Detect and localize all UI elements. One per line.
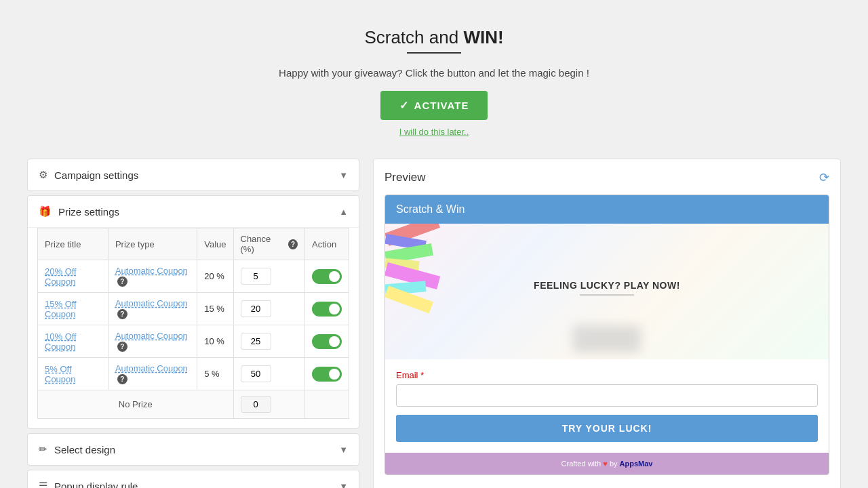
email-input[interactable] (396, 384, 818, 407)
table-row: 20% Off Coupon Automatic Coupon ? 20 % (38, 260, 349, 293)
select-design-chevron: ▼ (339, 445, 348, 455)
prize-type-info-3[interactable]: ? (117, 342, 127, 352)
try-luck-button[interactable]: TRY YOUR LUCK! (396, 415, 818, 442)
prize-type-info-4[interactable]: ? (117, 374, 127, 384)
footer-crafted-text: Crafted with (561, 460, 604, 468)
page-header: Scratch and WIN! Happy with your giveawa… (27, 14, 841, 144)
popup-display-header-left: ☰ Popup display rule (39, 480, 138, 488)
toggle-2[interactable] (312, 302, 342, 317)
popup-display-header[interactable]: ☰ Popup display rule ▼ (28, 470, 359, 488)
select-design-header-left: ✏ Select design (39, 443, 115, 455)
title-bold: WIN! (463, 27, 503, 47)
main-layout: ⚙ Campaign settings ▼ 🎁 Prize settings ▲ (27, 159, 841, 488)
campaign-settings-header[interactable]: ⚙ Campaign settings ▼ (28, 159, 359, 190)
toggle-4[interactable] (312, 367, 342, 382)
prize-type-link-3[interactable]: Automatic Coupon (115, 331, 188, 341)
scratch-area: FEELING LUCKY? PLAY NOW! (385, 224, 829, 359)
prize-type-link-2[interactable]: Automatic Coupon (115, 298, 188, 308)
no-prize-row: No Prize (38, 390, 349, 419)
prize-table: Prize title Prize type Value Chance (%) … (37, 228, 349, 419)
table-row: 15% Off Coupon Automatic Coupon ? 15 % (38, 293, 349, 325)
title-normal: Scratch and (364, 27, 463, 47)
popup-display-icon: ☰ (39, 480, 47, 488)
activate-button[interactable]: ✓ ACTIVATE (380, 91, 488, 120)
col-value: Value (197, 228, 233, 260)
prize-type-link-4[interactable]: Automatic Coupon (115, 363, 188, 373)
refresh-icon[interactable]: ⟳ (819, 170, 829, 185)
blurred-area (573, 325, 641, 352)
prize-title-link-2[interactable]: 15% Off Coupon (45, 299, 77, 319)
scratch-heading: FEELING LUCKY? PLAY NOW! (534, 280, 680, 291)
preview-header: Preview ⟳ (384, 170, 829, 185)
check-icon: ✓ (399, 99, 409, 112)
footer-by-text: by (610, 460, 620, 468)
table-row: 10% Off Coupon Automatic Coupon ? 10 % (38, 325, 349, 358)
required-marker: * (420, 370, 424, 380)
prize-value-4: 5 % (204, 369, 219, 379)
chance-input-2[interactable] (241, 300, 271, 317)
chance-info-icon[interactable]: ? (288, 239, 298, 249)
left-panel: ⚙ Campaign settings ▼ 🎁 Prize settings ▲ (27, 159, 359, 488)
chance-input-1[interactable] (241, 268, 271, 285)
preview-widget: Scratch & Win FEELING LUCKY? PLAY NOW! (384, 195, 829, 475)
preview-title: Preview (384, 171, 425, 184)
title-underline (407, 52, 461, 54)
no-prize-label: No Prize (38, 390, 234, 419)
prize-title-link-4[interactable]: 5% Off Coupon (45, 364, 76, 384)
col-prize-type: Prize type (108, 228, 197, 260)
scratch-divider (580, 295, 634, 296)
brand-name: AppsMav (620, 460, 653, 468)
preview-footer: Crafted with ♥ by AppsMav (385, 453, 829, 474)
prize-type-info-2[interactable]: ? (117, 309, 127, 319)
heart-icon: ♥ (603, 460, 608, 468)
no-prize-input[interactable] (241, 396, 271, 413)
prize-settings-header-left: 🎁 Prize settings (39, 205, 119, 218)
col-action: Action (304, 228, 349, 260)
prize-type-link-1[interactable]: Automatic Coupon (115, 266, 188, 276)
prize-value-1: 20 % (204, 271, 224, 281)
email-label-text: Email (396, 370, 418, 380)
prize-settings-header[interactable]: 🎁 Prize settings ▲ (28, 196, 359, 227)
prize-settings-body: Prize title Prize type Value Chance (%) … (28, 227, 359, 428)
prize-settings-section: 🎁 Prize settings ▲ Prize title Prize typ… (27, 195, 359, 429)
select-design-icon: ✏ (39, 443, 47, 455)
select-design-section: ✏ Select design ▼ (27, 433, 359, 466)
toggle-3[interactable] (312, 334, 342, 349)
campaign-settings-icon: ⚙ (39, 169, 47, 181)
campaign-settings-header-left: ⚙ Campaign settings (39, 169, 138, 181)
page-title: Scratch and WIN! (27, 27, 841, 48)
prize-value-2: 15 % (204, 304, 224, 314)
activate-label: ACTIVATE (414, 100, 469, 111)
select-design-header[interactable]: ✏ Select design ▼ (28, 434, 359, 465)
popup-display-chevron: ▼ (339, 481, 348, 489)
prize-value-3: 10 % (204, 336, 224, 346)
prize-title-link-1[interactable]: 20% Off Coupon (45, 266, 77, 287)
preview-form: Email * TRY YOUR LUCK! (385, 359, 829, 453)
widget-header: Scratch & Win (385, 195, 829, 224)
campaign-settings-chevron: ▼ (339, 170, 348, 180)
prize-settings-label: Prize settings (58, 206, 119, 218)
popup-display-label: Popup display rule (54, 481, 138, 489)
campaign-settings-section: ⚙ Campaign settings ▼ (27, 159, 359, 191)
prize-type-info-1[interactable]: ? (117, 277, 127, 287)
col-chance: Chance (%) ? (233, 228, 304, 260)
email-label: Email * (396, 370, 818, 380)
header-subtitle: Happy with your giveaway? Click the butt… (27, 67, 841, 79)
toggle-1[interactable] (312, 269, 342, 284)
table-row: 5% Off Coupon Automatic Coupon ? 5 % (38, 358, 349, 390)
do-later-link[interactable]: I will do this later.. (27, 127, 841, 137)
col-prize-title: Prize title (38, 228, 108, 260)
select-design-label: Select design (54, 444, 115, 455)
campaign-settings-label: Campaign settings (54, 169, 138, 181)
scratch-text: FEELING LUCKY? PLAY NOW! (534, 280, 680, 300)
prize-settings-icon: 🎁 (39, 205, 52, 218)
popup-display-section: ☰ Popup display rule ▼ (27, 470, 359, 488)
chance-input-3[interactable] (241, 333, 271, 350)
prize-settings-chevron: ▲ (339, 207, 348, 217)
chance-input-4[interactable] (241, 365, 271, 382)
preview-panel: Preview ⟳ Scratch & Win FEELING LUCKY? P… (373, 159, 841, 488)
prize-title-link-3[interactable]: 10% Off Coupon (45, 331, 77, 352)
